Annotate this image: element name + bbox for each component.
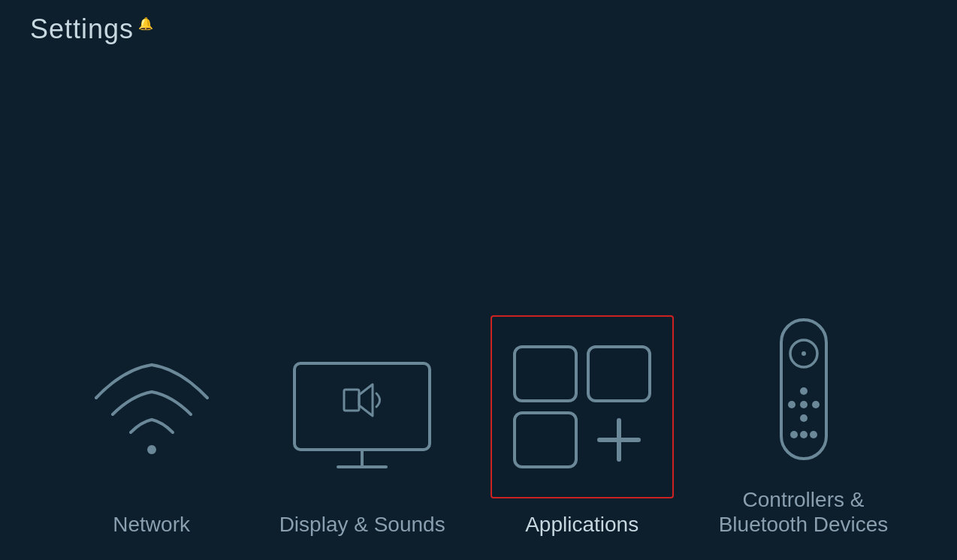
display-sounds-label: Display & Sounds (279, 512, 445, 537)
svg-marker-4 (359, 384, 373, 416)
controllers-icon-area (729, 316, 879, 466)
svg-rect-6 (588, 347, 650, 401)
svg-rect-7 (515, 413, 576, 467)
settings-item-controllers[interactable]: Controllers &Bluetooth Devices (719, 309, 889, 537)
settings-items-container: Network Display & Sounds (0, 309, 957, 537)
svg-rect-5 (515, 347, 576, 401)
network-label: Network (113, 512, 190, 537)
svg-point-17 (812, 401, 820, 408)
applications-icon-wrapper (491, 315, 674, 498)
apps-icon (507, 339, 657, 474)
svg-point-20 (810, 431, 817, 438)
network-icon-area (77, 341, 227, 491)
settings-item-network[interactable]: Network (69, 333, 234, 537)
remote-icon (766, 316, 841, 466)
svg-point-18 (790, 431, 798, 438)
svg-point-13 (800, 387, 808, 395)
settings-item-display-sounds[interactable]: Display & Sounds (279, 333, 445, 537)
settings-title-text: Settings (30, 14, 134, 45)
applications-icon-area (507, 332, 657, 482)
network-icon-wrapper (69, 333, 234, 498)
svg-point-14 (800, 401, 808, 408)
display-icon (287, 356, 437, 476)
wifi-icon (84, 348, 219, 483)
applications-label: Applications (525, 512, 639, 537)
svg-point-12 (802, 351, 806, 356)
page-title: Settings 🔔 (30, 14, 154, 45)
settings-item-applications[interactable]: Applications (491, 315, 674, 537)
svg-rect-3 (344, 390, 359, 411)
svg-point-16 (788, 401, 795, 408)
display-sounds-icon-area (287, 341, 437, 491)
controllers-label: Controllers &Bluetooth Devices (719, 487, 889, 537)
svg-point-19 (800, 431, 808, 438)
controllers-icon-wrapper (721, 309, 886, 474)
display-sounds-icon-wrapper (279, 333, 445, 498)
notification-bell-icon: 🔔 (138, 17, 154, 31)
svg-point-15 (800, 414, 808, 422)
